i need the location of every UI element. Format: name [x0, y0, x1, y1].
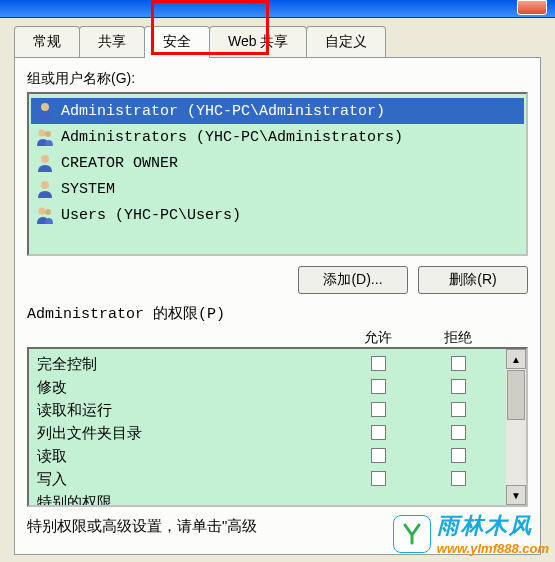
tab-security[interactable]: 安全 — [144, 26, 210, 58]
deny-header: 拒绝 — [418, 329, 498, 347]
permission-row: 完全控制 — [37, 353, 498, 376]
permission-row: 读取 — [37, 445, 498, 468]
permission-name: 完全控制 — [37, 355, 338, 374]
permissions-list: 完全控制 修改 读取和运行 列出文件夹目录 读取 — [27, 347, 528, 507]
user-icon — [35, 153, 55, 173]
allow-checkbox[interactable] — [371, 356, 386, 371]
scroll-thumb[interactable] — [507, 370, 525, 420]
watermark-url: www.ylmf888.com — [437, 541, 549, 556]
button-row: 添加(D)... 删除(R) — [27, 266, 528, 294]
svg-point-0 — [41, 103, 49, 111]
title-bar — [0, 0, 555, 18]
deny-checkbox[interactable] — [451, 379, 466, 394]
svg-point-4 — [41, 181, 49, 189]
group-icon — [35, 205, 55, 225]
allow-checkbox[interactable] — [371, 448, 386, 463]
permission-row: 特别的权限 — [37, 491, 498, 507]
watermark: 雨林木风 www.ylmf888.com — [393, 511, 549, 556]
allow-checkbox[interactable] — [371, 379, 386, 394]
tab-strip: 常规 共享 安全 Web 共享 自定义 — [0, 18, 555, 57]
permission-row: 写入 — [37, 468, 498, 491]
allow-checkbox[interactable] — [371, 471, 386, 486]
tab-sharing[interactable]: 共享 — [79, 26, 145, 57]
user-icon — [35, 179, 55, 199]
svg-point-2 — [45, 131, 51, 137]
scrollbar[interactable]: ▲ ▼ — [506, 349, 526, 505]
permission-name: 特别的权限 — [37, 493, 498, 507]
allow-checkbox[interactable] — [371, 425, 386, 440]
deny-checkbox[interactable] — [451, 425, 466, 440]
permission-name: 列出文件夹目录 — [37, 424, 338, 443]
scroll-down-button[interactable]: ▼ — [506, 485, 526, 505]
allow-header: 允许 — [338, 329, 418, 347]
allow-checkbox[interactable] — [371, 402, 386, 417]
list-item[interactable]: Users (YHC-PC\Users) — [31, 202, 524, 228]
permission-name: 修改 — [37, 378, 338, 397]
permission-row: 修改 — [37, 376, 498, 399]
permission-name: 读取和运行 — [37, 401, 338, 420]
svg-point-1 — [39, 130, 46, 137]
tab-general[interactable]: 常规 — [14, 26, 80, 57]
list-item-label: Administrator (YHC-PC\Administrator) — [61, 103, 385, 120]
tab-customize[interactable]: 自定义 — [306, 26, 386, 57]
scroll-up-button[interactable]: ▲ — [506, 349, 526, 369]
group-users-label: 组或用户名称(G): — [27, 70, 528, 88]
tab-web-sharing[interactable]: Web 共享 — [209, 26, 307, 57]
list-item[interactable]: Administrator (YHC-PC\Administrator) — [31, 98, 524, 124]
deny-checkbox[interactable] — [451, 471, 466, 486]
permission-row: 列出文件夹目录 — [37, 422, 498, 445]
list-item-label: Administrators (YHC-PC\Administrators) — [61, 129, 403, 146]
permissions-label: Administrator 的权限(P) — [27, 304, 528, 323]
svg-point-5 — [39, 208, 46, 215]
permission-name: 写入 — [37, 470, 338, 489]
user-list[interactable]: Administrator (YHC-PC\Administrator) Adm… — [27, 92, 528, 256]
security-panel: 组或用户名称(G): Administrator (YHC-PC\Adminis… — [14, 57, 541, 555]
list-item[interactable]: CREATOR OWNER — [31, 150, 524, 176]
watermark-logo-icon — [393, 515, 431, 553]
svg-point-3 — [41, 155, 49, 163]
list-item-label: CREATOR OWNER — [61, 155, 178, 172]
add-button[interactable]: 添加(D)... — [298, 266, 408, 294]
scroll-track[interactable] — [506, 421, 526, 485]
deny-checkbox[interactable] — [451, 402, 466, 417]
deny-checkbox[interactable] — [451, 356, 466, 371]
user-icon — [35, 101, 55, 121]
group-icon — [35, 127, 55, 147]
list-item[interactable]: Administrators (YHC-PC\Administrators) — [31, 124, 524, 150]
permission-row: 读取和运行 — [37, 399, 498, 422]
permission-name: 读取 — [37, 447, 338, 466]
window-close-button[interactable] — [517, 0, 547, 15]
permissions-header: 允许 拒绝 — [27, 329, 528, 347]
list-item[interactable]: SYSTEM — [31, 176, 524, 202]
list-item-label: SYSTEM — [61, 181, 115, 198]
svg-point-6 — [45, 209, 51, 215]
remove-button[interactable]: 删除(R) — [418, 266, 528, 294]
list-item-label: Users (YHC-PC\Users) — [61, 207, 241, 224]
watermark-title: 雨林木风 — [437, 511, 549, 541]
deny-checkbox[interactable] — [451, 448, 466, 463]
